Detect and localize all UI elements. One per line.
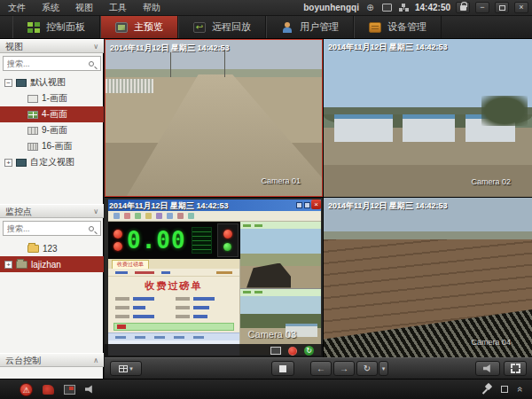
view-search[interactable]	[3, 56, 101, 71]
menu-system[interactable]: 系统	[34, 0, 67, 16]
weight-value: 0.00	[127, 223, 186, 257]
expand-toggle[interactable]: +	[4, 261, 12, 269]
field-scene	[324, 198, 532, 357]
expand-toggle[interactable]: +	[4, 159, 12, 167]
video-cell-camera01[interactable]: 2014年11月12日 星期三 14:42:53 Camera 01	[105, 39, 323, 197]
view-search-input[interactable]	[4, 59, 89, 68]
form-tab: 收费过磅单	[112, 260, 149, 269]
tree-item-default-view[interactable]: − 默认视图	[0, 74, 104, 90]
statusbar: ⚠ «	[0, 379, 532, 399]
weight-led-display: 0.00	[108, 222, 240, 259]
red-indicator-light	[113, 242, 122, 251]
folder-icon	[27, 245, 39, 253]
traffic-light	[217, 223, 239, 257]
alarm-warning-icon[interactable]: ⚠	[20, 383, 33, 396]
tree-label: 4-画面	[42, 108, 67, 121]
auto-switch-button[interactable]: ↻	[356, 361, 378, 376]
search-icon[interactable]	[89, 226, 94, 231]
embedded-camera-top	[240, 222, 321, 289]
search-icon[interactable]	[89, 61, 94, 66]
menu-tools[interactable]: 工具	[101, 0, 135, 16]
minimize-button[interactable]: −	[475, 2, 489, 13]
tab-label: 用户管理	[300, 20, 339, 34]
tree-item-group-123[interactable]: 123	[0, 240, 104, 256]
menu-file[interactable]: 文件	[0, 0, 34, 16]
layout-16-icon	[27, 143, 38, 151]
device-icon	[369, 22, 381, 33]
panel-title: 云台控制	[5, 354, 41, 366]
tab-label: 设备管理	[387, 20, 426, 34]
screen-layout-button[interactable]: ▾	[110, 361, 142, 376]
tab-remote-playback[interactable]: ↩ 远程回放	[178, 16, 266, 38]
camera-panel-header[interactable]: 监控点 ∨	[0, 204, 104, 218]
tree-item-custom-view[interactable]: + 自定义视图	[0, 154, 104, 170]
record-icon[interactable]	[288, 347, 297, 356]
stop-icon	[279, 365, 286, 372]
caret-down-icon: ▾	[382, 365, 386, 372]
layout-4-icon	[27, 111, 38, 119]
tree-label: 9-画面	[42, 124, 67, 137]
video-cell-camera02[interactable]: 2014年11月12日 星期三 14:42:53 Camera 02	[324, 39, 532, 197]
tab-device-management[interactable]: 设备管理	[354, 16, 442, 38]
globe-icon[interactable]: ⊕	[364, 3, 376, 13]
red-indicator-light	[113, 230, 122, 239]
tree-item-group-lajizhan[interactable]: + lajizhan	[0, 256, 104, 272]
panel-toggle-icon[interactable]	[501, 386, 508, 393]
tab-label: 控制面板	[46, 20, 85, 34]
chevron-up-icon: ∧	[93, 354, 98, 366]
chevron-down-icon: ∨	[93, 40, 98, 52]
audio-button[interactable]	[475, 361, 500, 376]
collapse-panel-icon[interactable]: «	[516, 387, 525, 392]
caret-down-icon: ▾	[129, 365, 133, 372]
tree-item-9-screen[interactable]: 9-画面	[0, 122, 104, 138]
lock-button[interactable]	[456, 2, 470, 13]
next-page-button[interactable]: →	[333, 361, 355, 376]
tree-item-1-screen[interactable]: 1-画面	[0, 90, 104, 106]
pin-icon[interactable]	[482, 384, 491, 395]
restore-button[interactable]	[495, 2, 509, 13]
camera-search-input[interactable]	[4, 224, 89, 233]
previous-page-button[interactable]: ←	[310, 361, 332, 376]
view-group-icon	[16, 79, 27, 87]
menu-help[interactable]: 帮助	[135, 0, 168, 16]
video-cell-camera04[interactable]: 2014年11月12日 星期三 14:42:53 Camera 04	[324, 198, 532, 357]
auto-switch-caret[interactable]: ▾	[379, 361, 388, 376]
cell-hover-toolbar: ↻	[105, 344, 323, 357]
folder-icon	[16, 261, 27, 269]
timestamp-overlay: 2014年11月12日 星期三 14:42:53	[109, 200, 229, 212]
capture-icon[interactable]	[270, 347, 281, 355]
view-panel-header[interactable]: 视图 ∨	[0, 39, 104, 53]
tab-user-management[interactable]: 用户管理	[266, 16, 354, 38]
tree-item-16-screen[interactable]: 16-画面	[0, 138, 104, 154]
stop-all-button[interactable]	[271, 361, 294, 376]
control-panel-icon	[27, 22, 40, 33]
ptz-icon[interactable]: ↻	[304, 346, 314, 356]
close-button[interactable]: ×	[514, 2, 528, 13]
sidebar: 视图 ∨ − 默认视图 1-画面 4-画面 9-画面 16-画面 + 自定义视图…	[0, 39, 104, 379]
tabbar: 控制面板 主预览 ↩ 远程回放 用户管理 设备管理	[0, 16, 532, 39]
camera-search[interactable]	[3, 221, 101, 236]
playback-icon: ↩	[193, 22, 206, 33]
tree-item-4-screen-selected[interactable]: 4-画面	[0, 106, 104, 122]
collapse-toggle[interactable]: −	[4, 79, 12, 87]
tab-label: 主预览	[134, 20, 163, 34]
video-grid: 2014年11月12日 星期三 14:42:53 Camera 01 2014年…	[105, 39, 532, 379]
tab-main-preview[interactable]: 主预览	[100, 16, 178, 38]
close-video-icon[interactable]: ×	[311, 200, 321, 209]
network-status-icon[interactable]	[398, 3, 410, 13]
video-cell-camera03[interactable]: 0.00 收费过磅单	[105, 198, 323, 357]
chevron-down-icon: ∨	[93, 205, 98, 217]
ptz-panel-header[interactable]: 云台控制 ∧	[0, 353, 104, 367]
tree-label: 16-画面	[42, 140, 72, 153]
alarm-event-icon[interactable]	[43, 385, 54, 395]
screen-status-icon[interactable]	[381, 3, 393, 13]
menu-view[interactable]: 视图	[67, 0, 101, 16]
road-scene	[106, 40, 322, 196]
fullscreen-button[interactable]	[504, 361, 527, 376]
led-info-panel	[192, 227, 212, 254]
tab-control-panel[interactable]: 控制面板	[12, 16, 100, 38]
audio-alarm-icon[interactable]	[85, 385, 94, 394]
tv-wall-icon[interactable]	[64, 385, 75, 395]
house-scene	[324, 39, 532, 197]
tree-label: 自定义视图	[30, 156, 74, 168]
